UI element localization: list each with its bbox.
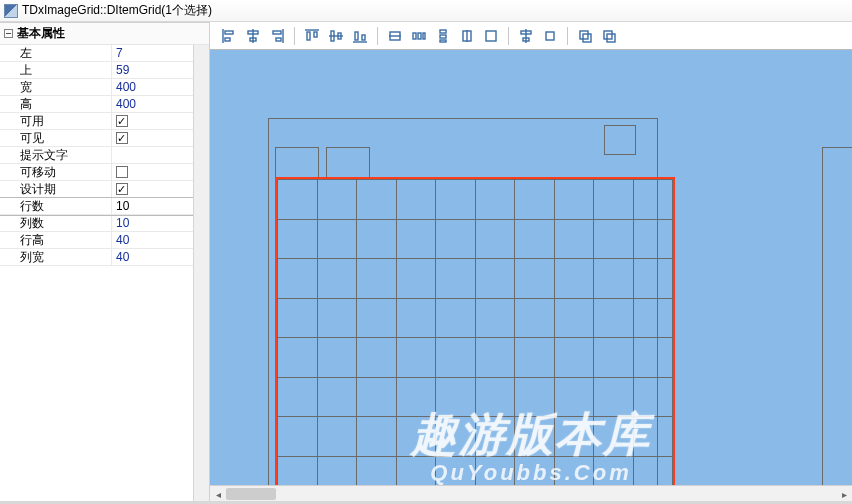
property-value[interactable]: 400 <box>112 96 193 112</box>
grid-cell[interactable] <box>554 417 594 457</box>
checkbox-icon[interactable] <box>116 115 128 127</box>
grid-cell[interactable] <box>357 298 397 338</box>
grid-cell[interactable] <box>475 219 515 259</box>
property-value[interactable]: 400 <box>112 79 193 95</box>
small-box[interactable] <box>604 125 636 155</box>
grid-cell[interactable] <box>515 259 555 299</box>
checkbox-icon[interactable] <box>116 166 128 178</box>
grid-cell[interactable] <box>357 180 397 220</box>
collapse-icon[interactable] <box>4 29 13 38</box>
center-h-icon[interactable] <box>515 25 537 47</box>
property-value[interactable]: 10 <box>112 215 193 231</box>
grid-cell[interactable] <box>515 417 555 457</box>
grid-cell[interactable] <box>436 417 476 457</box>
section-header[interactable]: 基本属性 <box>0 23 209 45</box>
scroll-thumb[interactable] <box>226 488 276 500</box>
property-value[interactable]: 40 <box>112 249 193 265</box>
property-row[interactable]: 列数10 <box>0 215 193 232</box>
property-row[interactable]: 列宽40 <box>0 249 193 266</box>
grid-cell[interactable] <box>515 180 555 220</box>
grid-cell[interactable] <box>278 259 318 299</box>
grid-cell[interactable] <box>594 338 634 378</box>
space-h-icon[interactable] <box>408 25 430 47</box>
property-value[interactable]: 7 <box>112 45 193 61</box>
grid-cell[interactable] <box>357 259 397 299</box>
space-v-icon[interactable] <box>432 25 454 47</box>
property-row[interactable]: 设计期 <box>0 181 193 198</box>
grid-cell[interactable] <box>633 338 673 378</box>
match-width-icon[interactable] <box>384 25 406 47</box>
grid-cell[interactable] <box>317 377 357 417</box>
match-size-icon[interactable] <box>480 25 502 47</box>
grid-cell[interactable] <box>475 180 515 220</box>
property-row[interactable]: 行数10 <box>0 198 193 215</box>
grid-cell[interactable] <box>436 180 476 220</box>
center-v-icon[interactable] <box>539 25 561 47</box>
property-value[interactable] <box>112 130 193 146</box>
item-grid-selected[interactable] <box>275 177 675 504</box>
grid-cell[interactable] <box>475 377 515 417</box>
grid-cell[interactable] <box>436 298 476 338</box>
property-value[interactable] <box>112 164 193 180</box>
property-value[interactable] <box>112 147 193 163</box>
grid-cell[interactable] <box>633 259 673 299</box>
grid-cell[interactable] <box>436 259 476 299</box>
property-row[interactable]: 提示文字 <box>0 147 193 164</box>
property-row[interactable]: 可用 <box>0 113 193 130</box>
align-bottom-icon[interactable] <box>349 25 371 47</box>
grid-cell[interactable] <box>357 219 397 259</box>
grid-cell[interactable] <box>475 259 515 299</box>
grid-cell[interactable] <box>436 219 476 259</box>
grid-cell[interactable] <box>633 417 673 457</box>
align-top-icon[interactable] <box>301 25 323 47</box>
property-row[interactable]: 左7 <box>0 45 193 62</box>
grid-cell[interactable] <box>594 377 634 417</box>
grid-cell[interactable] <box>278 219 318 259</box>
checkbox-icon[interactable] <box>116 132 128 144</box>
property-value[interactable]: 59 <box>112 62 193 78</box>
checkbox-icon[interactable] <box>116 183 128 195</box>
grid-cell[interactable] <box>475 298 515 338</box>
grid-cell[interactable] <box>396 180 436 220</box>
align-left-icon[interactable] <box>218 25 240 47</box>
grid-cell[interactable] <box>633 180 673 220</box>
grid-cell[interactable] <box>317 180 357 220</box>
grid-cell[interactable] <box>278 298 318 338</box>
scroll-left-arrow[interactable]: ◂ <box>210 486 226 502</box>
scroll-right-arrow[interactable]: ▸ <box>836 486 852 502</box>
grid-cell[interactable] <box>278 377 318 417</box>
property-row[interactable]: 上59 <box>0 62 193 79</box>
grid-cell[interactable] <box>594 298 634 338</box>
grid-cell[interactable] <box>317 259 357 299</box>
property-row[interactable]: 宽400 <box>0 79 193 96</box>
grid-cell[interactable] <box>633 219 673 259</box>
grid-cell[interactable] <box>396 377 436 417</box>
property-row[interactable]: 可见 <box>0 130 193 147</box>
grid-cell[interactable] <box>396 219 436 259</box>
property-value[interactable] <box>112 113 193 129</box>
grid-cell[interactable] <box>633 298 673 338</box>
align-right-icon[interactable] <box>266 25 288 47</box>
grid-cell[interactable] <box>515 338 555 378</box>
grid-cell[interactable] <box>436 377 476 417</box>
grid-cell[interactable] <box>515 219 555 259</box>
grid-cell[interactable] <box>633 377 673 417</box>
send-back-icon[interactable] <box>598 25 620 47</box>
side-panel[interactable] <box>822 147 852 504</box>
grid-cell[interactable] <box>594 259 634 299</box>
property-value[interactable] <box>112 181 193 197</box>
bring-front-icon[interactable] <box>574 25 596 47</box>
grid-cell[interactable] <box>554 180 594 220</box>
design-surface[interactable]: 金币 趣游版本库 QuYoubbs.Com <box>210 50 852 504</box>
property-row[interactable]: 可移动 <box>0 164 193 181</box>
grid-cell[interactable] <box>515 377 555 417</box>
property-row[interactable]: 高400 <box>0 96 193 113</box>
grid-cell[interactable] <box>554 298 594 338</box>
grid-cell[interactable] <box>594 219 634 259</box>
match-height-icon[interactable] <box>456 25 478 47</box>
tab-box-1[interactable] <box>275 147 319 179</box>
grid-cell[interactable] <box>396 338 436 378</box>
grid-cell[interactable] <box>554 259 594 299</box>
grid-cell[interactable] <box>515 298 555 338</box>
grid-cell[interactable] <box>278 338 318 378</box>
